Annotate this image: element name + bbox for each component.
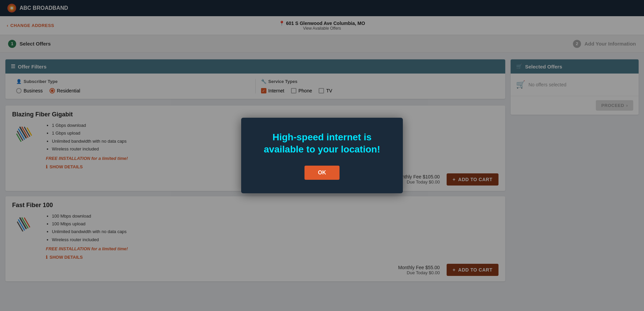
modal-message: High-speed internet is available to your…: [258, 131, 386, 156]
modal-overlay: High-speed internet is available to your…: [0, 0, 644, 311]
modal-dialog: High-speed internet is available to your…: [241, 118, 403, 194]
modal-ok-button[interactable]: OK: [304, 166, 340, 180]
